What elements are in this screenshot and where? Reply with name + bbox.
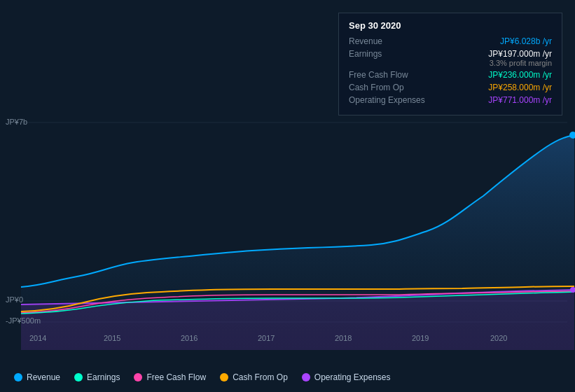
svg-text:2014: 2014 <box>29 334 46 342</box>
tooltip-cashfromop-value: JP¥258.000m /yr <box>488 83 552 92</box>
tooltip-fcf-label: Free Cash Flow <box>349 70 433 80</box>
tooltip-opex-label: Operating Expenses <box>349 95 433 105</box>
svg-text:JP¥7b: JP¥7b <box>6 118 27 126</box>
legend-cashfromop[interactable]: Cash From Op <box>220 372 288 382</box>
legend-earnings-label: Earnings <box>87 372 120 382</box>
legend-earnings-dot <box>74 373 83 382</box>
tooltip-revenue-row: Revenue JP¥6.028b /yr <box>349 36 552 46</box>
tooltip-revenue-label: Revenue <box>349 36 433 46</box>
tooltip-earnings-row: Earnings JP¥197.000m /yr 3.3% profit mar… <box>349 49 552 67</box>
tooltip-opex-value: JP¥771.000m /yr <box>488 95 552 105</box>
svg-text:2020: 2020 <box>490 334 507 342</box>
tooltip-cashfromop-label: Cash From Op <box>349 83 433 92</box>
data-tooltip: Sep 30 2020 Revenue JP¥6.028b /yr Earnin… <box>338 13 562 115</box>
svg-text:JP¥0: JP¥0 <box>6 295 23 304</box>
legend-fcf-dot <box>134 373 142 382</box>
legend-fcf[interactable]: Free Cash Flow <box>134 372 206 382</box>
svg-text:2017: 2017 <box>258 334 275 342</box>
tooltip-earnings-group: JP¥197.000m /yr 3.3% profit margin <box>488 49 552 67</box>
legend-opex-dot <box>302 373 310 382</box>
tooltip-earnings-value: JP¥197.000m /yr <box>488 49 552 59</box>
legend-revenue[interactable]: Revenue <box>14 372 60 382</box>
tooltip-cashfromop-row: Cash From Op JP¥258.000m /yr <box>349 83 552 92</box>
tooltip-earnings-label: Earnings <box>349 49 433 59</box>
legend-revenue-label: Revenue <box>27 372 60 382</box>
tooltip-opex-row: Operating Expenses JP¥771.000m /yr <box>349 95 552 105</box>
svg-text:2015: 2015 <box>104 334 120 342</box>
tooltip-earnings-margin: 3.3% profit margin <box>488 59 552 67</box>
tooltip-fcf-row: Free Cash Flow JP¥236.000m /yr <box>349 70 552 80</box>
legend-opex[interactable]: Operating Expenses <box>302 372 391 382</box>
tooltip-date: Sep 30 2020 <box>349 20 552 31</box>
legend-earnings[interactable]: Earnings <box>74 372 120 382</box>
legend-cashfromop-dot <box>220 373 228 382</box>
svg-text:2018: 2018 <box>335 334 352 342</box>
svg-text:2016: 2016 <box>181 334 198 342</box>
tooltip-revenue-value: JP¥6.028b /yr <box>500 36 552 46</box>
legend-fcf-label: Free Cash Flow <box>146 372 206 382</box>
svg-text:2019: 2019 <box>412 334 429 342</box>
legend-cashfromop-label: Cash From Op <box>233 372 288 382</box>
chart-legend: Revenue Earnings Free Cash Flow Cash Fro… <box>14 372 391 382</box>
tooltip-fcf-value: JP¥236.000m /yr <box>488 70 552 80</box>
svg-text:-JP¥500m: -JP¥500m <box>6 316 41 325</box>
legend-opex-label: Operating Expenses <box>314 372 391 382</box>
chart-container: JP¥7b JP¥0 -JP¥500m 2014 2015 2016 2017 … <box>0 0 575 392</box>
legend-revenue-dot <box>14 373 22 382</box>
